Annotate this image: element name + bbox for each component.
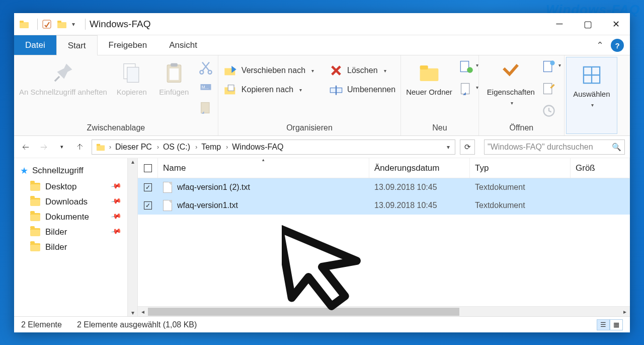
tab-share[interactable]: Freigeben [98, 35, 158, 55]
forward-button[interactable]: 🡢 [37, 141, 50, 154]
paste-shortcut-icon[interactable] [199, 101, 213, 115]
chevron-right-icon[interactable]: › [109, 144, 111, 151]
move-to-button[interactable]: Verschieben nach▾ [223, 63, 314, 78]
scroll-right-icon[interactable]: ▸ [620, 308, 630, 315]
search-placeholder: "Windows-FAQ" durchsuchen [488, 143, 612, 152]
copy-to-button[interactable]: Kopieren nach▾ [223, 83, 314, 97]
svg-rect-0 [20, 22, 29, 28]
properties-button[interactable]: Eigenschaften ▾ [487, 58, 535, 106]
breadcrumb-item[interactable]: OS (C:)› [163, 143, 197, 152]
qat-properties-icon[interactable] [42, 19, 52, 29]
pin-to-quick-access-button[interactable]: An Schnellzugriff anheften [19, 58, 107, 97]
file-list: ▴Name Änderungsdatum Typ Größ ✓ wfaq-ver… [138, 158, 630, 316]
qat-dropdown-icon[interactable]: ▾ [72, 21, 75, 28]
easy-access-icon[interactable]: ▾ [459, 82, 473, 96]
delete-button[interactable]: Löschen▾ [329, 63, 395, 78]
organize-group-label: Organisieren [286, 122, 333, 134]
breadcrumb-item[interactable]: Dieser PC› [115, 143, 159, 152]
svg-rect-3 [57, 22, 66, 28]
sidebar-item-quick-access[interactable]: ★ Schnellzugriff [18, 162, 125, 179]
breadcrumb-item[interactable]: Temp› [201, 143, 228, 152]
history-dropdown-icon[interactable]: ▾ [55, 141, 68, 154]
titlebar[interactable]: ▾ Windows-FAQ ─ ▢ ✕ [14, 13, 630, 35]
sidebar-item-pictures[interactable]: Bilder📌 [18, 225, 125, 240]
copy-icon [120, 61, 143, 85]
copy-path-icon[interactable]: M... [199, 81, 213, 95]
qat-separator-2 [85, 19, 86, 30]
paste-label: Einfügen [159, 88, 189, 97]
breadcrumb-item[interactable]: Windows-FAQ [232, 143, 283, 152]
horizontal-scrollbar[interactable]: ◂ ▸ [138, 306, 630, 316]
folder-icon [30, 228, 40, 236]
select-button[interactable]: Auswählen ▾ [573, 60, 610, 108]
close-button[interactable]: ✕ [602, 13, 630, 35]
collapse-ribbon-icon[interactable]: ⌃ [591, 35, 609, 55]
move-to-icon [223, 63, 237, 78]
history-icon[interactable] [542, 104, 556, 118]
tab-file[interactable]: Datei [14, 35, 56, 55]
table-row[interactable]: ✓ wfaq-version1.txt 13.09.2018 10:45 Tex… [138, 196, 630, 215]
copy-label: Kopieren [117, 88, 147, 97]
sidebar-item-desktop[interactable]: Desktop📌 [18, 179, 125, 194]
row-checkbox[interactable]: ✓ [144, 183, 152, 191]
open-group-label: Öffnen [509, 122, 533, 134]
address-bar-row: 🡠 🡢 ▾ 🡡 › Dieser PC› OS (C:)› Temp› Wind… [14, 136, 630, 158]
header-type[interactable]: Typ [470, 158, 571, 178]
help-button[interactable]: ? [611, 39, 624, 52]
svg-rect-34 [97, 144, 100, 146]
svg-rect-2 [43, 20, 51, 28]
folder-icon [30, 243, 40, 251]
sidebar-item-documents[interactable]: Dokumente📌 [18, 210, 125, 225]
header-name[interactable]: ▴Name [158, 158, 369, 178]
sidebar-item-downloads[interactable]: Downloads📌 [18, 194, 125, 210]
star-icon: ★ [20, 165, 28, 176]
address-dropdown-icon[interactable]: ▾ [445, 144, 452, 151]
header-date[interactable]: Änderungsdatum [369, 158, 470, 178]
view-thumbnails-button[interactable]: ▦ [610, 319, 623, 330]
qat-folder-icon[interactable] [57, 19, 67, 29]
rename-button[interactable]: Umbenennen [329, 83, 395, 97]
maximize-button[interactable]: ▢ [574, 13, 602, 35]
open-icon[interactable]: ▾ [542, 59, 556, 74]
tab-start[interactable]: Start [56, 35, 98, 55]
header-size[interactable]: Größ [571, 158, 630, 178]
folder-icon [30, 198, 40, 206]
select-label: Auswählen [573, 90, 610, 99]
refresh-button[interactable]: ⟳ [460, 140, 475, 155]
view-details-button[interactable]: ☰ [597, 319, 610, 330]
scroll-left-icon[interactable]: ◂ [138, 308, 148, 315]
sidebar-item-pictures-2[interactable]: Bilder [18, 240, 125, 255]
copy-to-icon [223, 83, 237, 97]
edit-icon[interactable] [542, 82, 556, 96]
copy-button[interactable]: Kopieren [114, 58, 149, 97]
new-item-icon[interactable]: ▾ [459, 59, 473, 74]
new-folder-icon [418, 61, 441, 85]
table-row[interactable]: ✓ wfaq-version1 (2).txt 13.09.2018 10:45… [138, 178, 630, 196]
folder-icon [30, 213, 40, 221]
new-folder-button[interactable]: Neuer Ordner [406, 58, 452, 97]
nav-scrollbar[interactable]: ▴▾ [127, 158, 137, 316]
svg-rect-25 [461, 84, 469, 94]
status-item-count: 2 Elemente [21, 320, 62, 329]
cut-icon[interactable] [199, 60, 213, 75]
minimize-button[interactable]: ─ [545, 13, 574, 35]
search-icon[interactable]: 🔍 [612, 143, 621, 152]
paste-button[interactable]: Einfügen [156, 58, 192, 97]
move-to-label: Verschieben nach [242, 66, 305, 75]
tab-view[interactable]: Ansicht [158, 35, 208, 55]
svg-rect-21 [420, 68, 439, 81]
up-button[interactable]: 🡡 [73, 141, 87, 154]
svg-rect-10 [170, 68, 179, 80]
svg-text:M...: M... [202, 85, 209, 90]
copy-to-label: Kopieren nach [242, 85, 293, 94]
status-selected: 2 Elemente ausgewählt (1,08 KB) [77, 320, 197, 329]
search-box[interactable]: "Windows-FAQ" durchsuchen 🔍 [484, 140, 625, 155]
delete-icon [329, 63, 343, 78]
window-title: Windows-FAQ [90, 19, 150, 30]
pin-icon: 📌 [110, 195, 124, 209]
header-checkbox[interactable] [138, 158, 158, 178]
address-bar[interactable]: › Dieser PC› OS (C:)› Temp› Windows-FAQ … [92, 140, 455, 155]
back-button[interactable]: 🡠 [19, 141, 32, 154]
row-checkbox[interactable]: ✓ [144, 201, 152, 210]
delete-label: Löschen [347, 66, 378, 75]
